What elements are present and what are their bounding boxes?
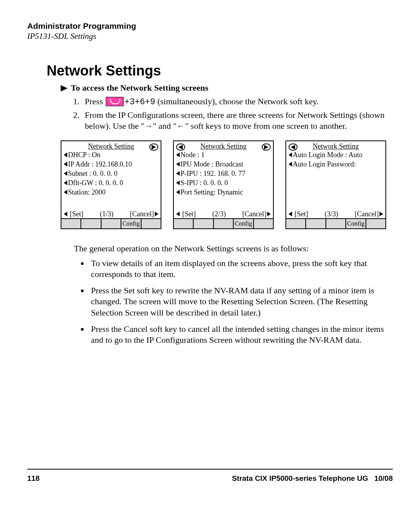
set-softkey: [Set] [176,210,196,217]
line-marker-icon [176,190,180,195]
cancel-softkey: [Cancel] [242,210,271,217]
screen-diagrams: Network Setting ▶DHCP : OnIP Addr : 192.… [61,140,393,229]
line-marker-icon [64,162,67,166]
screen-line-text: IP Addr : 192.168.0.10 [68,160,132,168]
softkey-blank [306,219,326,228]
softkey-blank [194,219,214,228]
line-marker-icon [289,162,292,166]
config-softkey: Config [234,219,254,228]
line-marker-icon [176,152,180,157]
screen-line-text: P-IPU : 192. 168. 0. 77 [180,170,245,177]
screen-line-text: Subnet : 0. 0. 0. 0 [68,170,117,177]
body-bullets: To view details of an item displayed on … [78,258,388,345]
screen-title: Network Setting [88,142,134,150]
header-section: Administrator Programming [27,21,393,31]
screen-line: S-IPU : 0. 0. 0. 0 [174,179,273,188]
screen-line-text: Port Setting: Dynamic [180,188,243,196]
screen-softkey-row: [Set](2/3)[Cancel] [174,210,273,218]
set-softkey: [Set] [289,210,308,217]
lcd-screen: Network Setting ▶DHCP : OnIP Addr : 192.… [61,140,161,229]
next-screen-icon: ▶ [262,144,271,151]
line-marker-icon [289,152,292,157]
softkey-blank [61,219,81,228]
line-marker-icon [64,181,67,185]
step-list: Press +3+6+9 (simultaneously), choose th… [68,96,393,132]
page-title: Network Settings [47,63,393,79]
screen-button-bar: Config [174,218,273,228]
softkey-blank [81,219,101,228]
softkey-blank [142,219,161,228]
softkey-blank [174,219,194,228]
step-1: Press +3+6+9 (simultaneously), choose th… [82,96,393,108]
screen-title-row: Network Setting ▶ [61,141,161,151]
screen-line-text: Dflt-GW : 0. 0. 0. 0 [68,179,123,187]
screen-title-row: ◀ Network Setting [286,141,385,151]
screen-line-text: Node : 1 [180,151,205,159]
page-indicator: (2/3) [212,210,226,217]
footer-doc: Strata CIX IP5000-series Telephone UG 10… [232,474,393,483]
screen-line: IPU Mode : Broadcast [174,160,273,169]
cancel-softkey: [Cancel] [130,210,158,217]
screen-line: Node : 1 [174,151,273,160]
softkey-blank [286,219,306,228]
page-indicator: (3/3) [325,210,338,217]
softkey-blank [326,219,346,228]
line-marker-icon [64,152,67,157]
prev-screen-icon: ◀ [289,144,298,151]
triangle-bullet-icon [61,85,68,91]
screen-line-text: Station: 2000 [68,188,106,196]
body-bullet: Press the Cancel soft key to cancel all … [89,324,388,345]
lcd-screen: ◀ Network Setting ▶Node : 1IPU Mode : Br… [173,140,274,229]
screen-title: Network Setting [313,142,359,150]
screen-line: Auto Login Password: [286,160,385,169]
lcd-screen: ◀ Network Setting Auto Login Mode : Auto… [285,140,386,229]
line-marker-icon [64,190,67,195]
prev-screen-icon: ◀ [176,144,185,151]
screen-line: Subnet : 0. 0. 0. 0 [61,169,161,179]
screen-button-bar: Config [286,218,385,228]
key-sequence: +3+6+9 [124,97,155,107]
set-softkey: [Set] [64,210,84,217]
screen-button-bar: Config [61,218,161,228]
procedure-heading: To access the Network Setting screens [61,83,393,93]
screen-line-text: Auto Login Password: [293,160,356,168]
next-screen-icon: ▶ [149,144,158,151]
page-indicator: (1/3) [100,210,114,217]
softkey-blank [254,219,273,228]
header-subsection: IP5131-SDL Settings [27,32,393,41]
screen-line: IP Addr : 192.168.0.10 [61,160,161,169]
body-intro: The general operation on the Network Set… [74,243,381,254]
step-1-text-b: (simultaneously), choose the Network sof… [155,96,318,106]
config-softkey: Config [346,219,366,228]
line-marker-icon [176,162,180,166]
line-marker-icon [176,181,180,185]
screen-line: DHCP : On [61,151,161,160]
page-footer: 118 Strata CIX IP5000-series Telephone U… [27,469,393,483]
step-1-text-a: Press [85,96,105,106]
cancel-softkey: [Cancel] [355,210,383,217]
softkey-blank [102,219,121,228]
screen-softkey-row: [Set](3/3)[Cancel] [286,210,385,218]
softkey-blank [214,219,234,228]
screen-body: Node : 1IPU Mode : BroadcastP-IPU : 192.… [174,151,273,210]
screen-line-text: IPU Mode : Broadcast [180,160,243,168]
config-softkey: Config [121,219,141,228]
screen-line-text: DHCP : On [68,151,100,159]
line-marker-icon [64,171,67,176]
screen-softkey-row: [Set](1/3)[Cancel] [61,210,161,218]
screen-line: Station: 2000 [61,188,161,197]
screen-title: Network Setting [200,142,247,150]
line-marker-icon [176,171,180,176]
screen-line: Dflt-GW : 0. 0. 0. 0 [61,179,161,188]
screen-line: Auto Login Mode : Auto [286,151,385,160]
step-2: From the IP Configurations screen, there… [82,110,393,132]
hold-key-icon [106,97,124,106]
screen-line-text: Auto Login Mode : Auto [293,151,362,159]
softkey-blank [366,219,385,228]
screen-line: Port Setting: Dynamic [174,188,273,197]
screen-line: P-IPU : 192. 168. 0. 77 [174,169,273,179]
screen-body: DHCP : OnIP Addr : 192.168.0.10Subnet : … [61,151,161,210]
screen-title-row: ◀ Network Setting ▶ [174,141,273,151]
screen-line-text: S-IPU : 0. 0. 0. 0 [180,179,228,187]
screen-body: Auto Login Mode : AutoAuto Login Passwor… [286,151,385,210]
